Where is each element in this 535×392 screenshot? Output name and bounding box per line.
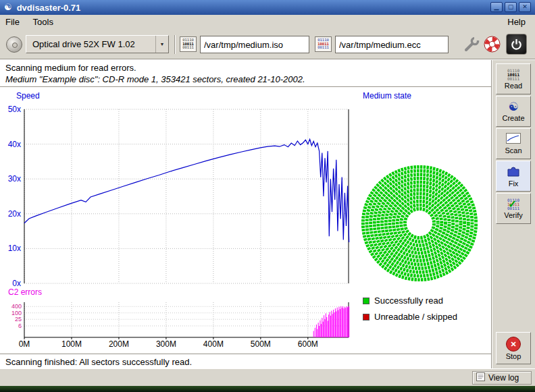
- speed-and-c2-charts: 0M100M200M300M400M500M600M0x10x20x30x40x…: [0, 90, 358, 351]
- statusbar: View log: [0, 368, 535, 386]
- scan-curve-icon: [506, 133, 521, 146]
- preferences-wrench-icon[interactable]: [462, 35, 480, 53]
- fix-button[interactable]: Fix: [496, 161, 531, 192]
- create-button[interactable]: ☯ Create: [496, 96, 531, 127]
- drive-medium-icon[interactable]: [6, 36, 22, 53]
- yin-yang-icon: ☯: [508, 101, 518, 113]
- view-log-button[interactable]: View log: [472, 371, 532, 385]
- scan-status-heading: Scanning medium for read errors.: [5, 63, 136, 73]
- legend-unreadable: Unreadable / skipped: [363, 312, 457, 322]
- svg-text:200M: 200M: [109, 339, 129, 349]
- menu-help[interactable]: Help: [502, 15, 531, 29]
- speed-chart-label: Speed: [16, 91, 40, 101]
- c2-errors-label: C2 errors: [8, 287, 42, 297]
- stop-x-icon: ✕: [506, 337, 521, 352]
- header-separator: [0, 86, 491, 88]
- scan-button[interactable]: Scan: [496, 128, 531, 159]
- svg-text:25: 25: [15, 316, 22, 323]
- svg-text:10x: 10x: [8, 244, 21, 253]
- chevron-down-icon: ▼: [155, 36, 168, 53]
- titlebar[interactable]: ☯ dvdisaster-0.71: [0, 0, 535, 15]
- app-yin-yang-icon: ☯: [4, 0, 12, 15]
- legend-successfully-read: Successfully read: [363, 296, 443, 306]
- legend-green-swatch: [363, 298, 370, 304]
- view-log-label: View log: [488, 373, 519, 383]
- ecc-file-icon: 01110 10011 00111: [315, 36, 332, 52]
- drive-select-value: Optical drive 52X FW 1.02: [32, 39, 135, 49]
- medium-state-label: Medium state: [363, 91, 411, 101]
- ecc-path-input[interactable]: [335, 36, 449, 53]
- desktop-strip: [0, 386, 535, 392]
- svg-text:50x: 50x: [8, 105, 21, 114]
- svg-text:6: 6: [18, 323, 22, 329]
- maximize-button[interactable]: ▢: [505, 2, 517, 12]
- svg-text:40x: 40x: [8, 140, 21, 149]
- toolbar-separator: [174, 35, 176, 54]
- read-button[interactable]: 01110 10011 00111 Read: [496, 63, 531, 94]
- verify-button[interactable]: 01110 10011 00111 ✓ Verify: [496, 193, 531, 224]
- quit-power-button[interactable]: [506, 34, 527, 55]
- svg-text:0M: 0M: [19, 339, 30, 349]
- menu-tools[interactable]: Tools: [28, 15, 59, 29]
- svg-text:0x: 0x: [12, 279, 21, 288]
- close-button[interactable]: ✕: [519, 2, 531, 12]
- menu-file[interactable]: File: [0, 15, 25, 29]
- iso-image-icon: 01110 10011 00111: [180, 36, 197, 52]
- medium-info-line: Medium "Example disc": CD-R mode 1, 3534…: [5, 74, 305, 84]
- svg-text:20x: 20x: [8, 209, 21, 219]
- legend-red-swatch: [363, 314, 370, 320]
- svg-text:600M: 600M: [298, 339, 318, 349]
- menubar: File Tools Help: [0, 15, 535, 30]
- iso-path-input[interactable]: [200, 36, 309, 53]
- svg-text:100M: 100M: [61, 339, 82, 349]
- log-document-icon: [476, 372, 485, 383]
- svg-text:300M: 300M: [156, 339, 176, 349]
- medium-state-disc: [359, 163, 480, 284]
- drive-select[interactable]: Optical drive 52X FW 1.02 ▼: [26, 35, 169, 53]
- footer-status-text: Scanning finished: All sectors successfu…: [5, 357, 192, 367]
- svg-text:500M: 500M: [251, 339, 271, 349]
- minimize-button[interactable]: ▁: [490, 2, 503, 12]
- toolbar: Optical drive 52X FW 1.02 ▼ 01110 10011 …: [0, 30, 535, 59]
- svg-text:400M: 400M: [203, 339, 224, 349]
- puzzle-piece-icon: [506, 165, 521, 179]
- dvdisaster-lifebuoy-icon[interactable]: [483, 35, 501, 53]
- read-binary-icon: 01110 10011 00111: [507, 69, 519, 81]
- verify-check-icon: 01110 10011 00111 ✓: [505, 198, 522, 211]
- window-title: dvdisaster-0.71: [17, 3, 81, 13]
- svg-text:30x: 30x: [8, 174, 21, 184]
- stop-button[interactable]: ✕ Stop: [496, 332, 531, 364]
- footer-separator: [0, 354, 491, 355]
